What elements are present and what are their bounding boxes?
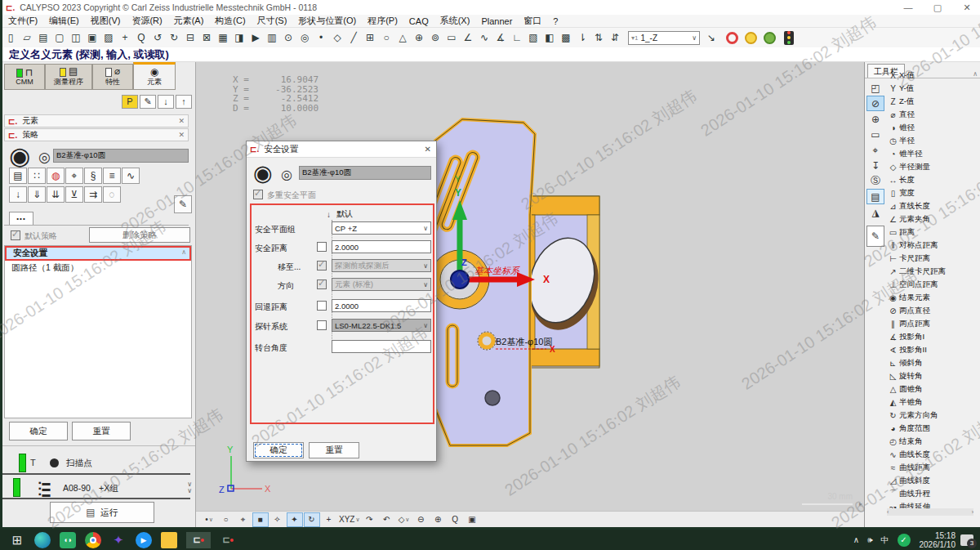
toolbox-item-two-point-diameter[interactable]: ⊘ 两点直径 [887,304,977,317]
strategy-reset-button[interactable]: 重置 [72,422,131,440]
strategy-dots-tab[interactable]: ••• [9,212,33,225]
toolbox-item-radius[interactable]: ◷ 半径 [887,134,977,147]
b2-datum-circle[interactable] [480,334,493,347]
clearance-circle-icon[interactable]: ◌ [103,186,121,203]
feature-name-field[interactable]: B2基准-φ10圆 [53,149,189,163]
toolbox-item-inclination-angle[interactable]: ⊾ 倾斜角 [887,356,977,369]
menu-form-location[interactable]: 形状与位置(O) [292,15,362,27]
toolbox-item-cone-angle[interactable]: △ 圆锥角 [887,382,977,396]
plane-feature-icon[interactable]: ◇ [329,29,345,46]
angle-feature-icon[interactable]: ∠ [460,29,476,46]
zoom-window-button[interactable]: Q [448,512,464,527]
zoom-in-button[interactable]: ⊕ [430,512,447,527]
probe-display-button[interactable]: ⌖ [235,512,252,527]
horizontal-scrollbar[interactable]: ‹› [887,508,973,516]
circle-path-icon[interactable]: ◍ [47,168,65,184]
toolbox-item-space-point-distance[interactable]: ⊥ 空间点距离 [887,278,977,291]
default-strategy-checkbox[interactable] [11,230,20,240]
toolbox-item-x-value[interactable]: X X-值 [887,69,977,82]
color-map-icon[interactable]: ▩ [558,29,574,46]
delete-icon[interactable]: ⊠ [198,29,215,46]
toolbox-item-line-length[interactable]: ⊿ 直线长度 [887,199,977,212]
cone-feature-icon[interactable]: △ [394,29,411,46]
extract-icon[interactable]: ◧ [541,29,558,46]
notification-icon[interactable]: 3 [960,534,973,546]
probe-group-row[interactable]: ▪▬▪▬▪▬ A08-90 +X组 [2,476,190,499]
undo-icon[interactable]: ↺ [149,29,166,46]
tab-measurement-program[interactable]: ▤ 测量程序 [45,64,92,90]
cad-cursor-button[interactable]: ✧ [270,512,286,527]
temp-probe-icon[interactable]: ⇂ [574,29,590,46]
toolbox-item-caliper-distance[interactable]: ⊢ 卡尺距离 [887,252,977,265]
probe-selector[interactable]: ▾1 1_-Z ∨ [628,31,700,45]
tab-characteristics[interactable]: ⌀ 特性 [92,64,133,90]
taskbar-chrome-icon[interactable] [85,532,101,548]
close-icon[interactable]: ✕ [178,131,185,139]
move-up-button[interactable]: ↑ [176,95,192,109]
paste-icon[interactable]: ▣ [84,29,100,46]
strategy-item-circle-path[interactable]: 圆路径（1 截面） [5,261,191,275]
pan-view-button[interactable]: + [321,512,337,527]
probe-system-checkbox[interactable] [317,320,327,330]
probe-system-select[interactable]: LS0-ML22.5-DK1.5∨ [332,319,431,332]
save-icon[interactable]: ▤ [35,29,51,46]
cad-select-button[interactable]: ✦ [287,512,303,527]
construction-tools-icon[interactable]: ◰ [866,80,884,96]
taskbar-player-icon[interactable]: ▶ [136,532,152,548]
stylus-tools-icon[interactable]: ↧ [866,158,884,173]
taskbar-wechat-icon[interactable]: ◖◗ [60,532,76,548]
rotate-cw-button[interactable]: ↷ [362,512,378,527]
helix-icon[interactable]: § [84,168,102,184]
point-size-button[interactable]: •∨ [201,512,217,527]
maximize-button[interactable]: ▢ [924,0,951,15]
logbook-icon[interactable]: ▥ [264,29,280,46]
redo-icon[interactable]: ↻ [166,29,182,46]
rotate-ccw-button[interactable]: ↶ [379,512,395,527]
toolbox-item-curve-distance[interactable]: ≈ 曲线距离 [887,461,977,474]
toolbox-item-symmetry-distance[interactable]: ‖ 对称点距离 [887,239,977,252]
taskbar-calypso-icon[interactable]: ⊏ [220,532,236,548]
curve-scan-icon[interactable]: ∿ [122,168,140,184]
toolbox-item-z-value[interactable]: Z Z-值 [887,95,977,108]
toolbox-item-y-value[interactable]: Y Y-值 [887,82,977,95]
slot-feature-icon[interactable]: ▭ [443,29,460,46]
torus-feature-icon[interactable]: ⊚ [427,29,443,46]
toolbox-item-cone-diameter[interactable]: ◑ 锥径 [887,121,977,134]
info-icon[interactable]: ⊙ [280,29,296,46]
tab-features[interactable]: ◉ 元素 [133,62,176,90]
dialog-reset-button[interactable]: 重置 [309,442,359,458]
move-down-button[interactable]: ↓ [158,95,174,109]
edit-strategy-pencil-button[interactable]: ✎ [174,195,192,213]
axo-view-button[interactable]: ◇∨ [396,512,412,527]
tray-chevron-icon[interactable]: ∧ [853,535,859,544]
menu-features[interactable]: 元素(A) [168,15,210,27]
toolbox-pencil-button[interactable]: ✎ [866,226,884,247]
delete-strategy-button[interactable]: 删除策略 [89,227,190,243]
toolbox-item-width[interactable]: ▯ 宽度 [887,186,977,199]
menu-window[interactable]: 窗口 [518,15,547,27]
scan-point-row[interactable]: T 扫描点 [2,452,190,475]
menu-view[interactable]: 视图(V) [85,15,127,27]
xyz-lock-button[interactable]: XYZ∨ [338,512,361,527]
measure-angle-icon[interactable]: ∡ [492,29,509,46]
menu-help[interactable]: ? [547,16,564,26]
point-pattern-icon[interactable]: ∷ [28,168,46,184]
move-to-checkbox[interactable] [317,261,327,271]
navigate-icon[interactable]: + [117,29,133,46]
toolbox-item-curve-slope[interactable]: ◿ 曲线斜度 [887,474,977,487]
move-to-select[interactable]: 探测前或探测后∨ [332,259,431,272]
ime-indicator[interactable]: 中 [881,534,889,546]
multi-plane-checkbox[interactable] [253,190,263,199]
scroll-up-icon[interactable]: ∧ [181,248,186,256]
menu-program[interactable]: 程序(P) [362,15,403,27]
start-button[interactable]: ⊞ [9,532,25,548]
taskbar-calypso-active[interactable]: ⊏ [186,532,211,548]
toolbox-item-element-direction-angle[interactable]: ↻ 元素方向角 [887,409,977,422]
toolbox-item-curve-lift[interactable]: ⌒ 曲线升程 [887,487,977,500]
circle-display-button[interactable]: ○ [218,512,234,527]
solid-view-button[interactable]: ■ [252,512,269,527]
status-yellow-icon[interactable] [745,32,757,44]
temp-range-icon[interactable]: ⇅ [590,29,607,46]
direction-select[interactable]: 元素 (标准)∨ [332,278,431,291]
open-file-icon[interactable]: ▱ [19,29,35,46]
